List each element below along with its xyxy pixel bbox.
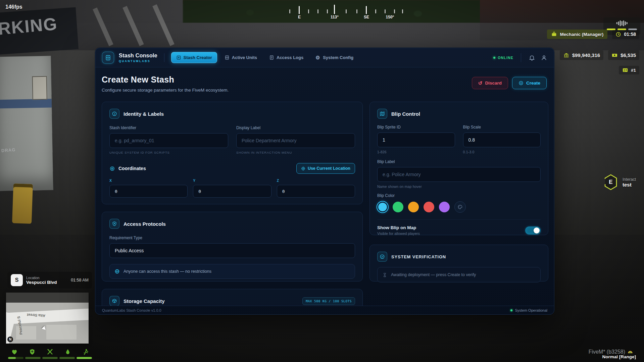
job-badge: Mechanic (Manager)	[547, 30, 607, 39]
interact-target: test	[623, 182, 636, 188]
blip-scale-input[interactable]	[463, 133, 541, 147]
access-protocols-card: Access Protocols Requirement Type Public…	[102, 212, 363, 281]
show-blip-toggle[interactable]	[525, 226, 541, 235]
stamina-icon	[82, 348, 89, 356]
console-body: Create New Stash Configure secure storag…	[95, 67, 554, 306]
thirst-icon	[64, 348, 71, 356]
compass-label-se: SE	[364, 15, 369, 19]
create-button[interactable]: Create	[512, 77, 547, 89]
display-label-input[interactable]	[236, 133, 355, 148]
armor-icon	[29, 348, 36, 356]
compass-heading-tick	[334, 5, 335, 14]
coord-z-input[interactable]	[277, 185, 355, 198]
storage-capacity-card: Storage Capacity MAX 500 KG / 100 SLOTS	[102, 289, 363, 306]
coord-y-label: Y	[193, 178, 271, 183]
online-label: ONLINE	[498, 56, 513, 60]
cash-balance: $6,535	[608, 50, 639, 60]
app-title-block: Stash Console QUANTUMLABS	[119, 52, 157, 63]
stash-identifier-hint: UNIQUE SYSTEM ID FOR SCRIPTS	[109, 151, 228, 154]
clock-icon	[615, 32, 621, 37]
user-icon[interactable]	[541, 54, 547, 61]
tab-access-logs[interactable]: Access Logs	[264, 52, 308, 63]
cabinet-icon	[225, 55, 230, 60]
tab-system-config[interactable]: ⚙ System Config	[311, 52, 358, 63]
footer-status: System Operational	[510, 308, 547, 312]
status-bar	[42, 357, 58, 359]
tab-stash-creator[interactable]: Stash Creator	[171, 52, 217, 63]
location-key-badge: S	[11, 274, 23, 286]
undo-icon: ↺	[478, 81, 483, 86]
show-blip-sublabel: Visible for allowed players	[377, 231, 420, 236]
storage-icon-chip	[109, 296, 119, 306]
requirement-type-value: Public Access	[115, 248, 144, 253]
location-notification: S Location Vespucci Blvd 01:58 AM	[7, 272, 92, 289]
compass-tick	[356, 9, 357, 13]
stash-cabinet-icon	[105, 55, 111, 61]
tab-active-units[interactable]: Active Units	[220, 52, 262, 63]
compass-tick	[346, 9, 347, 13]
header-right: ONLINE	[493, 53, 547, 62]
show-blip-label: Show Blip on Map	[377, 225, 420, 230]
custom-color-button[interactable]	[454, 201, 466, 213]
interact-prompt: E Interact test	[603, 174, 636, 191]
coord-y-input[interactable]	[193, 185, 271, 198]
health-icon	[11, 348, 18, 356]
document-icon	[269, 55, 274, 60]
footer-status-label: System Operational	[515, 308, 547, 312]
bank-icon	[563, 52, 569, 58]
blip-color-swatch[interactable]	[439, 202, 450, 212]
status-bar	[59, 357, 75, 359]
compass-label-e: E	[298, 15, 301, 19]
header-divider	[521, 53, 521, 62]
blip-color-swatch[interactable]	[393, 202, 403, 212]
tab-label: System Config	[323, 55, 353, 60]
display-label-label: Display Label	[236, 125, 355, 130]
blip-color-swatch[interactable]	[377, 202, 388, 212]
blip-color-swatch[interactable]	[408, 202, 419, 212]
hourglass-icon	[382, 272, 387, 277]
verification-title: SYSTEM VERIFICATION	[391, 254, 446, 259]
discard-label: Discard	[485, 81, 502, 86]
status-hud	[8, 348, 92, 359]
tab-label: Stash Creator	[184, 55, 212, 60]
create-label: Create	[526, 81, 540, 86]
storage-card-title: Storage Capacity	[123, 298, 165, 304]
job-label: Mechanic (Manager)	[560, 32, 603, 37]
coord-x-input[interactable]	[109, 185, 188, 198]
blip-scale-label: Blip Scale	[463, 125, 541, 130]
requirement-type-select[interactable]: Public Access	[109, 243, 355, 258]
compass-label-150: 150°	[386, 15, 394, 19]
blip-card-title: Blip Control	[391, 111, 420, 117]
location-time: 01:58 AM	[71, 278, 89, 282]
blip-color-label: Blip Color	[377, 193, 541, 198]
fps-counter: 146fps	[5, 4, 22, 10]
toggle-knob	[534, 227, 540, 234]
player-id: #1	[631, 68, 636, 73]
compass-tick	[394, 9, 395, 13]
tab-bar: Stash Creator Active Units Access Logs ⚙…	[171, 52, 358, 63]
stash-identifier-input[interactable]	[109, 133, 228, 148]
map-icon	[380, 111, 385, 116]
blip-sprite-group: Blip Sprite ID 1-826	[377, 125, 455, 154]
time-widget: 01:58	[612, 30, 639, 39]
coord-y-group: Y	[193, 178, 271, 198]
access-icon-chip	[109, 219, 119, 229]
blip-sprite-input[interactable]	[377, 133, 455, 147]
use-current-location-button[interactable]: Use Current Location	[296, 163, 355, 174]
minimap-buildings	[6, 293, 89, 303]
coord-z-group: Z	[277, 178, 355, 198]
discard-button[interactable]: ↺ Discard	[472, 77, 508, 89]
app-title: Stash Console	[119, 52, 157, 58]
blip-scale-group: Blip Scale 0.1-3.0	[463, 125, 541, 154]
blip-scale-hint: 0.1-3.0	[463, 150, 541, 154]
location-label: Location	[26, 276, 57, 280]
online-status-badge: ONLINE	[493, 56, 513, 60]
stash-identifier-label: Stash Identifier	[109, 125, 228, 130]
requirement-type-label: Requirement Type	[109, 236, 355, 240]
coord-x-group: X	[109, 178, 188, 198]
blip-label-input[interactable]	[377, 167, 541, 182]
blip-color-swatch[interactable]	[424, 202, 434, 212]
compass-tick	[327, 9, 328, 13]
bell-icon[interactable]	[529, 54, 535, 61]
status-bar	[25, 357, 41, 359]
